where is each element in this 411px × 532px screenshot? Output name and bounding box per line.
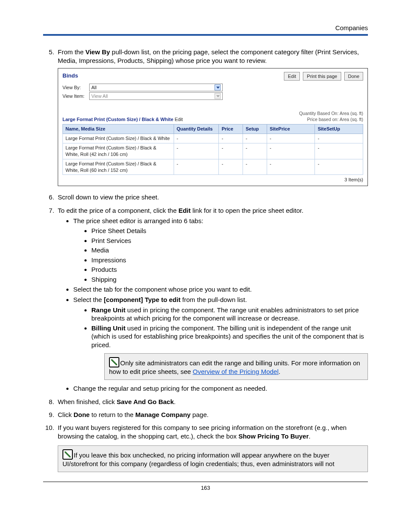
text-bold: View By: [85, 48, 110, 56]
footer-rule: [43, 482, 368, 482]
viewby-label: View By:: [62, 84, 89, 91]
cell: -: [174, 143, 219, 159]
viewby-value: All: [91, 84, 97, 91]
cell: -: [219, 159, 243, 175]
print-page-button[interactable]: Print this page: [303, 72, 341, 81]
text: To edit the price of a component, click …: [58, 207, 178, 214]
cell: -: [219, 134, 243, 143]
text: When finished, click: [58, 398, 117, 405]
cell: -: [174, 159, 219, 175]
cell: -: [315, 143, 363, 159]
list-item: Price Sheet Details: [91, 227, 368, 235]
col-setup: Setup: [243, 124, 267, 134]
col-qty: Quantity Details: [174, 124, 219, 134]
text-bold: Show Pricing To Buyer: [238, 432, 308, 440]
note-text: If you leave this box unchecked, no pric…: [62, 451, 334, 467]
cell-name: Large Format Print (Custom Size) / Black…: [63, 134, 174, 143]
list-item: Shipping: [91, 275, 368, 284]
text-bold: Range Unit: [91, 306, 125, 314]
text: .: [279, 368, 280, 375]
step-6: Scroll down to view the price sheet.: [56, 193, 368, 202]
price-table: Name, Media Size Quantity Details Price …: [62, 124, 363, 175]
table-row: Large Format Print (Custom Size) / Black…: [63, 143, 363, 159]
step-10: If you want buyers registered for this c…: [56, 423, 368, 472]
cell: -: [267, 159, 315, 175]
viewitem-label: View Item:: [62, 93, 89, 100]
table-header-row: Name, Media Size Quantity Details Price …: [63, 124, 363, 134]
note-icon: [62, 449, 73, 460]
cell-name: Large Format Print (Custom Size) / Black…: [63, 159, 174, 175]
viewby-dropdown[interactable]: All: [89, 84, 223, 91]
text: used in pricing the component. The range…: [91, 306, 359, 322]
text: link for it to open the price sheet edit…: [191, 207, 304, 214]
header-rule: [43, 34, 368, 36]
text: The price sheet editor is arranged into …: [73, 217, 203, 224]
embedded-screenshot: Binds Edit Print this page Done View By:…: [58, 68, 368, 187]
viewitem-dropdown[interactable]: View All: [89, 92, 223, 100]
text-bold: Done: [74, 411, 90, 418]
cell: -: [243, 159, 267, 175]
list-item: Range Unit used in pricing the component…: [91, 306, 368, 323]
shot-toolbar: Edit Print this page Done: [282, 72, 363, 81]
list-item: Products: [91, 265, 368, 274]
price-based-on: Price based on: Area (sq. ft): [299, 116, 363, 122]
header-section: Companies: [43, 24, 368, 34]
cell: -: [267, 143, 315, 159]
page-number: 163: [43, 485, 368, 491]
item-count: 3 Item(s): [62, 177, 363, 183]
list-item: Print Services: [91, 236, 368, 245]
text: .: [309, 432, 311, 440]
table-row: Large Format Print (Custom Size) / Black…: [63, 159, 363, 175]
section-meta: Quantity Based On: Area (sq. ft) Price b…: [299, 110, 363, 122]
chevron-down-icon: [215, 93, 221, 99]
text: Select the: [73, 296, 104, 303]
cell: -: [219, 143, 243, 159]
col-sitesetup: SiteSetUp: [315, 124, 363, 134]
text: used in pricing the component. The billi…: [91, 324, 364, 348]
shot-title: Binds: [62, 72, 78, 80]
list-item: The price sheet editor is arranged into …: [73, 217, 368, 283]
table-row: Large Format Print (Custom Size) / Black…: [63, 134, 363, 143]
note-box: If you leave this box unchecked, no pric…: [58, 445, 368, 472]
list-item: Select the [component] Type to edit from…: [73, 296, 368, 380]
section-title: Large Format Print (Custom Size) / Black…: [62, 117, 173, 122]
section-edit-link[interactable]: Edit: [174, 117, 183, 122]
note-box: Only site administrators can edit the ra…: [104, 353, 368, 380]
list-item: Change the regular and setup pricing for…: [73, 384, 368, 393]
note-icon: [109, 357, 119, 367]
step-8: When finished, click Save And Go Back.: [56, 398, 368, 406]
qty-based-on: Quantity Based On: Area (sq. ft): [299, 110, 363, 116]
viewitem-value: View All: [91, 93, 108, 100]
text: Click: [58, 411, 74, 418]
text: to return to the: [90, 411, 135, 418]
text-bold: Manage Company: [135, 411, 190, 418]
cell: -: [243, 143, 267, 159]
text-bold: [component] Type to edit: [104, 296, 181, 303]
text-bold: Edit: [178, 207, 190, 214]
text: from the pull-down list.: [181, 296, 247, 303]
list-item: Impressions: [91, 256, 368, 264]
edit-button[interactable]: Edit: [284, 72, 300, 81]
list-item: Select the tab for the component whose p…: [73, 285, 368, 294]
cell: -: [174, 134, 219, 143]
cell-name: Large Format Print (Custom Size) / Black…: [63, 143, 174, 159]
cell: -: [243, 134, 267, 143]
list-item: Billing Unit used in pricing the compone…: [91, 324, 368, 349]
chevron-down-icon: [215, 84, 221, 90]
text: page.: [190, 411, 209, 418]
step-7: To edit the price of a component, click …: [56, 206, 368, 393]
step-9: Click Done to return to the Manage Compa…: [56, 411, 368, 419]
cell: -: [315, 159, 363, 175]
text: From the: [58, 48, 85, 56]
text-bold: Billing Unit: [91, 324, 125, 332]
col-price: Price: [219, 124, 243, 134]
list-item: Media: [91, 246, 368, 255]
cell: -: [315, 134, 363, 143]
col-name: Name, Media Size: [63, 124, 174, 134]
col-siteprice: SitePrice: [267, 124, 315, 134]
done-button[interactable]: Done: [344, 72, 363, 81]
text: .: [174, 398, 176, 405]
step-5: From the View By pull-down list, on the …: [56, 48, 368, 186]
cell: -: [267, 134, 315, 143]
pricing-model-link[interactable]: Overview of the Pricing Model: [193, 368, 278, 375]
